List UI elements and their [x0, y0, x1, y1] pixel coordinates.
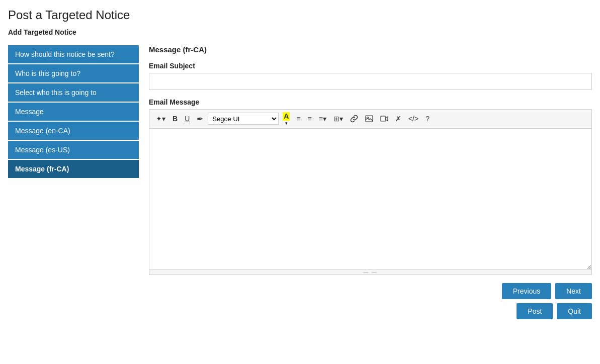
sidebar-item-select-who[interactable]: Select who this is going to — [8, 83, 139, 102]
page-title: Post a Targeted Notice — [8, 8, 592, 22]
font-color-button[interactable]: A ▾ — [281, 112, 292, 126]
image-button[interactable] — [363, 114, 376, 124]
table-button[interactable]: ⊞▾ — [331, 114, 346, 124]
font-color-letter: A — [283, 112, 290, 121]
remove-format-button[interactable]: ✗ — [393, 114, 404, 124]
strikethrough-button[interactable]: ✒ — [194, 113, 206, 125]
font-select[interactable]: Segoe UI Arial Times New Roman — [208, 113, 279, 125]
sidebar-item-message-en-ca[interactable]: Message (en-CA) — [8, 122, 139, 140]
code-button[interactable]: </> — [406, 114, 421, 124]
email-subject-label: Email Subject — [149, 62, 592, 70]
section-title: Message (fr-CA) — [149, 45, 592, 54]
previous-button[interactable]: Previous — [502, 283, 551, 299]
email-subject-input[interactable] — [149, 73, 592, 90]
list-ordered-button[interactable]: ≡ — [305, 114, 314, 124]
nav-button-row: Previous Next — [149, 283, 592, 299]
list-unordered-button[interactable]: ≡ — [294, 114, 303, 124]
align-button[interactable]: ≡▾ — [316, 114, 329, 124]
editor-body[interactable] — [149, 129, 591, 269]
sidebar-item-message-es-us[interactable]: Message (es-US) — [8, 141, 139, 159]
sidebar: How should this notice be sent? Who is t… — [8, 45, 139, 179]
resizer-dots: — — — [363, 269, 378, 275]
post-button[interactable]: Post — [517, 303, 553, 319]
svg-rect-2 — [381, 116, 386, 121]
email-message-editor: ✦▾ B U ✒ Segoe UI Arial Times New Roman … — [149, 109, 592, 275]
video-button[interactable] — [378, 114, 391, 124]
page-subtitle: Add Targeted Notice — [8, 28, 592, 36]
font-color-arrow: ▾ — [285, 121, 288, 126]
sidebar-item-message-fr-ca[interactable]: Message (fr-CA) — [8, 160, 139, 178]
main-content: Message (fr-CA) Email Subject Email Mess… — [149, 45, 592, 319]
underline-button[interactable]: U — [182, 114, 192, 124]
magic-button[interactable]: ✦▾ — [153, 114, 168, 124]
link-button[interactable] — [348, 114, 361, 124]
sidebar-item-how-should[interactable]: How should this notice be sent? — [8, 45, 139, 63]
next-button[interactable]: Next — [555, 283, 592, 299]
editor-toolbar: ✦▾ B U ✒ Segoe UI Arial Times New Roman … — [149, 110, 591, 129]
quit-button[interactable]: Quit — [557, 303, 592, 319]
email-message-label: Email Message — [149, 98, 592, 106]
editor-resizer[interactable]: — — — [149, 269, 591, 275]
bold-button[interactable]: B — [170, 114, 180, 124]
action-button-row: Post Quit — [149, 303, 592, 319]
help-button[interactable]: ? — [423, 114, 432, 124]
sidebar-item-message[interactable]: Message — [8, 103, 139, 121]
sidebar-item-who-going-to[interactable]: Who is this going to? — [8, 64, 139, 82]
